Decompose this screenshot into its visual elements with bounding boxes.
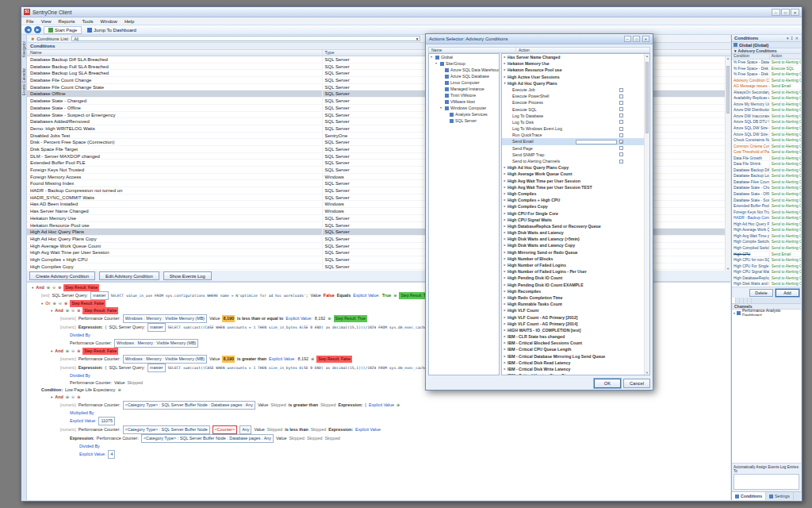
table-row[interactable]: % Free Space - Disk Execute SQL (732, 66, 801, 72)
ok-button[interactable]: OK (594, 379, 621, 388)
list-item[interactable]: Execute PowerShell (502, 93, 644, 99)
tree-item[interactable]: Azure SQL Data Warehouse (429, 67, 499, 73)
table-row[interactable]: Azure DW Inaccurate Statistics Send to A… (732, 114, 801, 120)
column-header-name[interactable]: Name (429, 48, 516, 52)
menu-help[interactable]: Help (124, 19, 134, 24)
remove-icon[interactable]: ⊖ (71, 348, 75, 355)
expand-icon[interactable] (502, 360, 508, 366)
tree-item[interactable]: Analysis Services (429, 111, 499, 117)
remove-icon[interactable]: ⊖ (59, 300, 62, 307)
expand-icon[interactable] (502, 80, 508, 87)
close-button[interactable]: ✕ (791, 9, 799, 16)
tree-item[interactable]: Windows Computer (429, 105, 499, 111)
chevron-down-icon[interactable]: ▾ (787, 36, 789, 40)
list-item[interactable]: Execute Process (502, 99, 644, 106)
list-item[interactable]: High Disk Waits and Latency (>5min) (502, 236, 644, 242)
settings-tab[interactable] (748, 298, 752, 303)
editor-segment[interactable]: <Category Type> : SQL Server Buffer Node (123, 425, 210, 434)
expand-icon[interactable] (502, 197, 508, 203)
list-item[interactable]: High VLF Count (502, 307, 644, 314)
expand-icon[interactable] (502, 223, 508, 229)
column-header-action[interactable]: Action (770, 54, 801, 59)
expand-icon[interactable] (502, 229, 508, 236)
table-row[interactable]: Azure SQL DB DTU % Send to Alerting Chan… (732, 119, 801, 125)
tree-item[interactable]: Azure SQL Database (429, 73, 499, 79)
add-icon[interactable]: ⊕ (53, 300, 56, 307)
list-item[interactable]: High Ad Hoc Query Plans Copy (502, 164, 644, 171)
table-row[interactable]: Database State - Changed Send to Alertin… (732, 185, 801, 191)
list-item[interactable]: High CPU For Single Core (502, 210, 644, 217)
maximize-button[interactable]: □ (781, 9, 790, 16)
list-item[interactable]: Execute Job (502, 87, 644, 93)
table-row[interactable]: Azure SQL DW Size (GB) Send to Alerting … (732, 132, 801, 138)
cancel-button[interactable]: Cancel (623, 379, 650, 388)
table-row[interactable]: Availability Replicas with Disks in Same… (732, 95, 801, 102)
scroll-down-icon[interactable]: ▼ (645, 371, 649, 375)
channel-item[interactable]: ▾ Performance Analysis Dashboard (732, 310, 801, 316)
editor-segment[interactable]: <Category Type> : SQL Server Buffer Node… (123, 401, 255, 410)
tree-item[interactable]: Tintri VMstore (429, 92, 499, 98)
column-header-action[interactable]: Action (516, 48, 649, 52)
add-icon[interactable]: ⊕ (393, 292, 396, 299)
delete-icon[interactable]: ⊗ (58, 284, 61, 291)
expand-icon[interactable] (502, 184, 508, 190)
expand-icon[interactable] (502, 67, 508, 73)
dialog-title-bar[interactable]: Actions Selector: Advisory Conditions – … (426, 34, 653, 44)
list-item[interactable]: High Avg Wait Time per User Session TEST (502, 184, 644, 190)
list-item[interactable]: High Avg Wait Time per User Session (502, 178, 644, 184)
action-checkbox[interactable] (619, 107, 623, 111)
table-row[interactable]: High DatabaseReplica Send or Recovery Qu… (732, 275, 801, 282)
editor-segment[interactable]: And (55, 348, 63, 355)
expand-icon[interactable] (502, 249, 508, 256)
list-item[interactable]: IBM - Critical Disk Read Latency (502, 360, 644, 366)
table-row[interactable]: Foreign Keys Not Trusted Send to Alertin… (732, 210, 801, 216)
list-item[interactable]: High Active User Sessions (502, 74, 644, 80)
list-item[interactable]: High Compiles Copy (502, 203, 644, 210)
menu-file[interactable]: File (26, 19, 34, 24)
tree-item[interactable]: Global (429, 54, 499, 60)
editor-segment[interactable]: Explicit Value (355, 426, 381, 433)
column-header-condition[interactable]: Condition (732, 54, 770, 59)
expand-icon[interactable] (502, 282, 508, 288)
panel-tab[interactable]: Conditions (732, 492, 766, 500)
table-row[interactable]: Database Backup Log SLA Breached Send to… (732, 173, 801, 179)
list-item[interactable]: High VLF Count - AG Primary [2012] (502, 314, 644, 321)
expand-icon[interactable] (502, 256, 508, 262)
action-checkbox[interactable] (619, 120, 623, 124)
editor-segment[interactable]: <Counter> (213, 425, 237, 434)
editor-segment[interactable]: 11075 (98, 417, 115, 425)
expand-icon[interactable] (502, 171, 508, 177)
close-icon[interactable]: ✕ (795, 36, 799, 40)
action-checkbox[interactable] (619, 146, 623, 150)
table-row[interactable]: Extended Buffer Pool PLE Send to Alertin… (732, 203, 801, 210)
expand-icon[interactable] (502, 327, 508, 333)
list-item[interactable]: High Number of Blocks (502, 256, 644, 262)
table-row[interactable]: High Average Work Queue Count Send to Al… (732, 227, 801, 233)
expand-icon[interactable] (502, 321, 508, 327)
expand-icon[interactable] (502, 275, 508, 281)
tree-item[interactable]: Managed Instance (429, 86, 499, 92)
list-item[interactable]: High Compiles (502, 190, 644, 197)
scroll-up-icon[interactable]: ▲ (645, 54, 649, 58)
delete-icon[interactable]: ⊗ (77, 348, 80, 355)
list-item[interactable]: High Pending Disk IO Count EXAMPLE (502, 282, 644, 288)
table-row[interactable]: Common Criteria Compliance Enabled Send … (732, 144, 801, 150)
editor-segment[interactable]: Divided By (70, 332, 90, 339)
menu-window[interactable]: Window (101, 19, 117, 24)
expand-icon[interactable] (502, 288, 508, 294)
tab-start-page[interactable]: Start Page (44, 26, 82, 34)
table-row[interactable]: AG Message issues - LRD Send Email (732, 83, 801, 90)
list-item[interactable]: IBM - Critical Blocked Sessions Count (502, 340, 644, 346)
add-button[interactable]: Add (776, 289, 799, 297)
jump-to-dashboard-button[interactable]: Jump To Dashboard (84, 27, 140, 33)
list-item[interactable]: High Mirroring Send or Redo Queue (502, 249, 644, 256)
table-row[interactable]: Check Constraints Not Trusted Send to Al… (732, 137, 801, 144)
menu-reports[interactable]: Reports (59, 19, 75, 24)
vertical-scrollbar[interactable]: ▲ ▼ (725, 56, 730, 271)
table-row[interactable]: High CPU Send Email (732, 252, 801, 258)
editor-segment[interactable]: Multiplied By (70, 410, 94, 417)
list-item[interactable]: High Number of Failed Logins - Per User (502, 268, 644, 275)
editor-segment[interactable]: master (90, 291, 108, 300)
table-row[interactable]: HADR - Backup Compression not turned on … (732, 215, 801, 221)
editor-segment[interactable]: Explicit Value (369, 402, 394, 409)
